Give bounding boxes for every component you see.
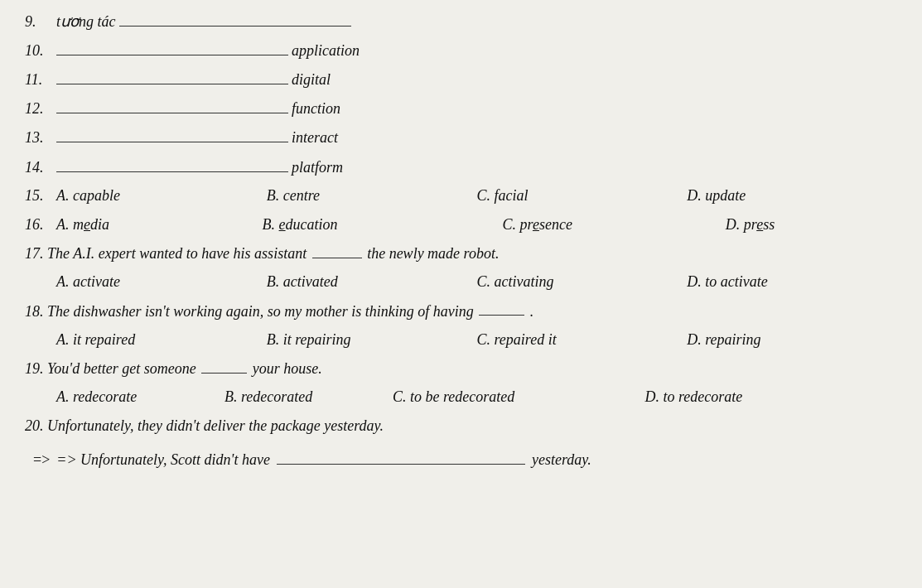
q19-opts: A. redecorate B. redecorated C. to be re…: [56, 384, 897, 411]
q20-rewrite-text: => Unfortunately, Scott didn't have: [56, 446, 270, 474]
item-10-suffix: application: [292, 38, 360, 64]
item-12: 12. function: [25, 96, 897, 122]
item-9: 9. tương tác: [25, 8, 897, 34]
q18-blank: [479, 298, 524, 316]
q17-options-row: A. activate B. activated C. activating D…: [25, 269, 897, 296]
item-9-num: 9.: [25, 9, 56, 35]
q17-optA: A. activate: [56, 269, 267, 296]
item-12-blank: [56, 96, 288, 114]
q16-options: A. media B. education C. presence D. pre…: [56, 212, 897, 239]
q17-text2: the newly made robot.: [367, 245, 499, 262]
q17-blank: [312, 240, 362, 258]
item-11-num: 11.: [25, 67, 56, 93]
q15-options: A. capable B. centre C. facial D. update: [56, 183, 897, 210]
q19-optB: B. redecorated: [224, 384, 393, 411]
item-10: 10. application: [25, 37, 897, 63]
q17-text1: 17. The A.I. expert wanted to have his a…: [25, 245, 307, 262]
item-14: 14. platform: [25, 154, 897, 180]
q15-optD: D. update: [687, 183, 897, 210]
q15-optA: A. capable: [56, 183, 267, 210]
item-10-blank: [56, 37, 288, 55]
q19-blank: [201, 355, 247, 374]
q20-arrow-line: => => Unfortunately, Scott didn't have y…: [33, 446, 897, 474]
item-9-blank: [119, 8, 351, 27]
q20-rewrite: => => Unfortunately, Scott didn't have y…: [25, 446, 897, 474]
q16-row: 16. A. media B. education C. presence D.…: [25, 212, 897, 239]
q19-optD: D. to redecorate: [645, 384, 898, 411]
q15-num: 15.: [25, 183, 56, 210]
q18-sentence: 18. The dishwasher isn't working again, …: [25, 298, 897, 325]
q18-optA: A. it repaired: [56, 327, 267, 354]
q19-options-row: A. redecorate B. redecorated C. to be re…: [25, 384, 897, 411]
q20-text: 20. Unfortunately, they didn't deliver t…: [25, 417, 384, 434]
q15-optB: B. centre: [267, 183, 477, 210]
q18-optD: D. repairing: [687, 327, 897, 354]
q15-row: 15. A. capable B. centre C. facial D. up…: [25, 183, 897, 210]
item-14-blank: [56, 154, 288, 172]
q20-rewrite-end: yesterday.: [532, 446, 591, 474]
item-12-suffix: function: [292, 96, 340, 122]
item-11-suffix: digital: [292, 67, 331, 93]
q18-optB: B. it repairing: [267, 327, 477, 354]
item-13: 13. interact: [25, 125, 897, 151]
q18-text2: .: [530, 302, 534, 319]
q16-optD: D. press: [726, 212, 897, 239]
q17-sentence: 17. The A.I. expert wanted to have his a…: [25, 240, 897, 267]
item-9-prefix: tương tác: [56, 9, 116, 35]
q19-sentence: 19. You'd better get someone your house.: [25, 355, 897, 382]
q16-optD-underline: e: [756, 216, 763, 233]
q16-optC: C. presence: [503, 212, 726, 239]
q20-blank: [277, 447, 525, 465]
page: 9. tương tác 10. application 11. digital…: [0, 0, 922, 588]
q19-optA: A. redecorate: [56, 384, 224, 411]
item-14-suffix: platform: [292, 155, 343, 181]
q16-optC-underline: e: [533, 216, 539, 233]
q18-opts: A. it repaired B. it repairing C. repair…: [56, 327, 897, 354]
q18-text1: 18. The dishwasher isn't working again, …: [25, 302, 474, 319]
q20-arrow: =>: [33, 446, 50, 474]
q16-num: 16.: [25, 212, 56, 239]
item-10-num: 10.: [25, 38, 56, 64]
q20-sentence: 20. Unfortunately, they didn't deliver t…: [25, 413, 897, 440]
q15-optC: C. facial: [477, 183, 688, 210]
item-11: 11. digital: [25, 66, 897, 92]
item-13-num: 13.: [25, 125, 56, 151]
q17-optC: C. activating: [477, 269, 688, 296]
q17-optB: B. activated: [267, 269, 477, 296]
q16-optA-underline: e: [84, 216, 90, 233]
q17-opts: A. activate B. activated C. activating D…: [56, 269, 897, 296]
q18-optC: C. repaired it: [477, 327, 688, 354]
item-13-blank: [56, 125, 288, 143]
q19-text1: 19. You'd better get someone: [25, 360, 196, 377]
item-12-num: 12.: [25, 96, 56, 122]
q16-optB-underline: e: [279, 216, 286, 233]
item-11-blank: [56, 66, 288, 84]
q16-optA: A. media: [56, 212, 263, 239]
q18-options-row: A. it repaired B. it repairing C. repair…: [25, 327, 897, 354]
q19-text2: your house.: [253, 360, 322, 377]
item-14-num: 14.: [25, 155, 56, 181]
q17-optD: D. to activate: [687, 269, 897, 296]
item-13-suffix: interact: [292, 125, 338, 151]
q19-optC: C. to be redecorated: [393, 384, 645, 411]
q16-optB: B. education: [263, 212, 503, 239]
